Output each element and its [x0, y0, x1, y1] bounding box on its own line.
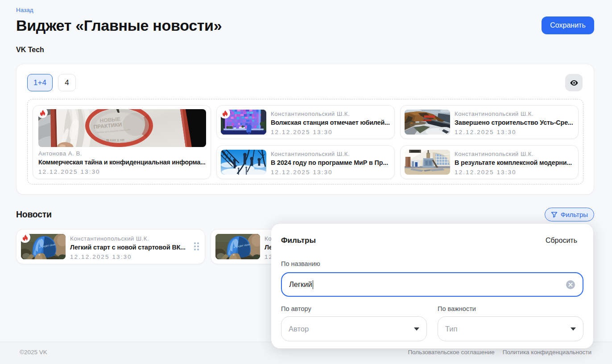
svg-text:▤ КАК ⧖ HR: ▤ КАК ⧖ HR [106, 139, 124, 142]
